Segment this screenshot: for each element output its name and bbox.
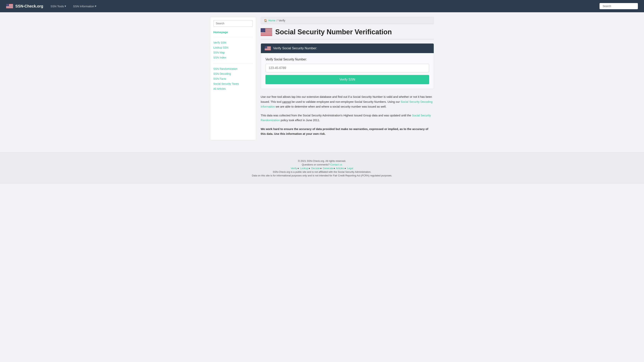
brand-logo[interactable]: ★★★ ★★ ★★★ ★★ ★★ SSN-Check.org [6, 4, 43, 9]
sidebar-item-social-security-taxes[interactable]: Social Security Taxes [213, 81, 253, 86]
description-para1: Use our free tool allows tap into our ex… [261, 94, 434, 109]
sidebar-divider-2 [213, 63, 253, 63]
nav-search-input[interactable] [600, 3, 638, 9]
navbar: ★★★ ★★ ★★★ ★★ ★★ SSN-Check.org SSN Tools… [0, 0, 644, 12]
footer-link-lookup[interactable]: Lookup [300, 167, 308, 170]
verify-ssn-button[interactable]: Verify SSN [266, 75, 429, 84]
svg-text:★: ★ [264, 31, 265, 32]
ssn-input[interactable] [266, 64, 429, 72]
chevron-down-icon: ▾ [95, 5, 96, 8]
sidebar-divider-1 [213, 37, 253, 37]
footer-contact-link[interactable]: Contact us [330, 163, 342, 166]
breadcrumb: 🏠 Home / Verify [261, 17, 434, 24]
nav-tools[interactable]: SSN Tools ▾ [48, 3, 69, 10]
footer: © 2021 SSN-Check.org. All rights reserve… [0, 152, 644, 184]
sidebar-item-ssn-index[interactable]: SSN Index [213, 55, 253, 60]
sidebar-item-ssn-randomization[interactable]: SSN Randomization [213, 66, 253, 71]
verify-box-header-text: Verify Social Security Number: [273, 46, 317, 50]
verify-label: Verify Social Security Number: [266, 58, 429, 61]
sidebar-homepage-link[interactable]: Homepage [213, 31, 253, 34]
svg-rect-50 [265, 49, 271, 50]
footer-link-decode[interactable]: Decode [311, 167, 320, 170]
sidebar-item-verify-ssn[interactable]: Verify SSN [213, 40, 253, 45]
description-para3: We work hard to ensure the accuracy of d… [261, 127, 434, 136]
svg-rect-4 [6, 6, 13, 7]
sidebar: Homepage Verify SSN Lookup SSN SSN Map S… [210, 17, 256, 140]
verify-box: ★★★★ ★★★ ★★★★ ★★ Verify Social Security … [261, 43, 434, 89]
footer-link-legal[interactable]: Legal [347, 167, 353, 170]
brand-name: SSN-Check.org [15, 4, 43, 9]
nav-links: SSN Tools ▾ SSN Information ▾ [48, 3, 595, 10]
breadcrumb-current: Verify [278, 19, 285, 22]
main-wrapper: Homepage Verify SSN Lookup SSN SSN Map S… [207, 12, 437, 145]
svg-rect-49 [265, 49, 271, 49]
nav-search [600, 3, 638, 9]
footer-link-verify[interactable]: Verify [291, 167, 297, 170]
svg-text:★: ★ [265, 30, 265, 31]
svg-rect-24 [261, 33, 272, 33]
nav-info[interactable]: SSN Information ▾ [70, 3, 99, 10]
verify-box-header: ★★★★ ★★★ ★★★★ ★★ Verify Social Security … [261, 44, 434, 53]
breadcrumb-separator: / [276, 19, 277, 22]
flag-icon-header: ★★★★ ★★★ ★★★★ ★★ [265, 46, 271, 51]
svg-rect-51 [265, 50, 271, 50]
svg-text:★: ★ [262, 32, 263, 32]
sidebar-homepage-section: Homepage [213, 31, 253, 34]
description-para2: This data was collected from the Social … [261, 113, 434, 123]
footer-questions: Questions or comments? Contact us [3, 163, 641, 166]
svg-rect-26 [261, 35, 272, 35]
flag-icon-large: ★★★★ ★★★ ★★★★ ★★★ ★★★ [261, 28, 272, 36]
svg-rect-6 [6, 8, 13, 8]
footer-link-articles[interactable]: Articles [336, 167, 344, 170]
sidebar-search-input[interactable] [213, 20, 253, 27]
footer-links: Verify● Lookup● Decode● Generate● Articl… [3, 167, 641, 170]
sidebar-bottom-links: SSN Randomization SSN Decoding SSN Facts… [213, 66, 253, 91]
sidebar-item-lookup-ssn[interactable]: Lookup SSN [213, 45, 253, 50]
sidebar-item-all-articles[interactable]: All Articles [213, 86, 253, 91]
breadcrumb-home[interactable]: Home [268, 19, 276, 22]
footer-disclaimer1: SSN-Check.org is a public site and is no… [3, 170, 641, 173]
footer-disclaimer2: Data on this site is for informational p… [3, 174, 641, 177]
home-icon: 🏠 [264, 19, 267, 22]
svg-rect-25 [261, 34, 272, 34]
description-section: Use our free tool allows tap into our ex… [261, 94, 434, 136]
footer-copyright: © 2021 SSN-Check.org. All rights reserve… [3, 160, 641, 162]
sidebar-top-links: Verify SSN Lookup SSN SSN Map SSN Index [213, 40, 253, 60]
chevron-down-icon: ▾ [64, 5, 66, 8]
sidebar-item-ssn-facts[interactable]: SSN Facts [213, 76, 253, 81]
svg-rect-5 [6, 7, 13, 8]
svg-text:★: ★ [261, 32, 262, 32]
sidebar-search [213, 20, 253, 27]
svg-text:★: ★ [265, 28, 265, 29]
page-title: Social Security Number Verification [275, 28, 392, 36]
sidebar-item-ssn-map[interactable]: SSN Map [213, 50, 253, 55]
footer-link-generate[interactable]: Generate [323, 167, 333, 170]
content-area: 🏠 Home / Verify ★★★★ ★★★ ★★★★ ★★★ [261, 17, 434, 140]
sidebar-item-ssn-decoding[interactable]: SSN Decoding [213, 71, 253, 76]
svg-text:★: ★ [264, 32, 264, 32]
verify-box-body: Verify Social Security Number: Verify SS… [261, 53, 434, 89]
page-title-section: ★★★★ ★★★ ★★★★ ★★★ ★★★ Social Security Nu… [261, 28, 434, 40]
flag-icon-small: ★★★ ★★ ★★★ ★★ ★★ [6, 4, 13, 9]
